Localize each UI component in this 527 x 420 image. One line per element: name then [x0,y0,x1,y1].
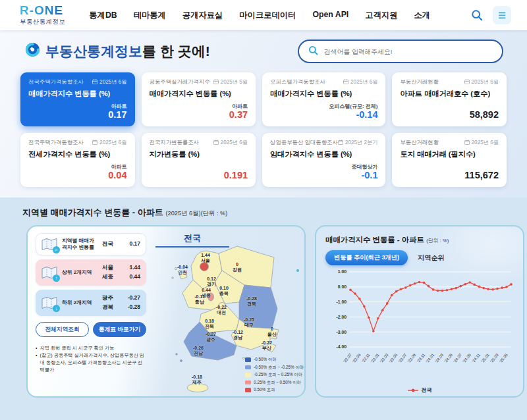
stat-card-2[interactable]: 오피스텔가격동향조사2025년 6월매매가격지수 변동률 (%)오피스텔(규모:… [262,72,385,126]
nav-item-6[interactable]: 소개 [414,10,430,21]
map-label-인천[interactable]: -0.04인천 [177,265,188,275]
summary-box-blue[interactable]: ↓하위 2개지역광주-0.27경북-0.28 [36,290,146,316]
nav-item-1[interactable]: 테마통계 [134,10,166,21]
hamburger-menu-icon[interactable]: ☰ [493,6,511,24]
data-point [482,287,485,290]
map-label-강원[interactable]: 0강원 [233,262,242,273]
summary-box-pink[interactable]: ↑상위 2개지역서울1.44세종0.44 [36,259,146,286]
map-island[interactable] [180,359,182,361]
x-tick-label: '22.07 [343,352,352,363]
data-point [464,283,466,286]
map-label-name: 제주 [192,380,202,385]
card-metric: 지가변동률 (%) [150,149,248,159]
x-tick-label: '23.05 [389,352,399,363]
nav-item-2[interactable]: 공개자료실 [182,10,223,21]
map-label-name: 울산 [267,332,277,337]
y-tick-label: 1.00 [338,269,347,274]
map-search-icon: ⌕ [42,238,57,251]
title-highlight: 부동산통계정보 [45,43,142,59]
map-label-name: 서울 [201,258,210,263]
chart-unit: (단위 : %) [426,238,449,244]
card-date: 2025년 6월 [464,78,499,86]
map-label-제주[interactable]: -0.18제주 [192,375,202,385]
x-tick-label: '23.09 [407,352,417,363]
data-point [441,290,444,292]
map-label-울산[interactable]: 0울산 [267,327,277,337]
summary-row: 경북-0.28 [102,303,140,311]
nav-items: 통계DB테마통계공개자료실마이크로데이터Open API고객지원소개 [89,10,468,21]
logo-subtitle: 부동산통계정보 [20,18,65,26]
map-island[interactable] [172,277,174,279]
card-date: 2025년 6월 [343,78,377,86]
map-label-name: 충북 [219,291,229,296]
all-regions-button[interactable]: 전체지역조회 [36,322,89,337]
nav-item-4[interactable]: Open API [312,10,348,21]
trend-chart: 1.000.00-1.00-2.00-3.00-4.00'22.07'22.09… [325,267,514,388]
map-label-전남[interactable]: -0.26전남 [193,346,204,356]
nav-item-3[interactable]: 마이크로데이터 [239,10,296,21]
card-date: 2025년 5월 [213,78,248,86]
x-tick-label: '23.03 [379,352,389,363]
logo-title: R-ONE [20,4,65,16]
card-date-text: 2025년 6월 [472,139,499,146]
map-label-value: -0.18 [192,375,202,380]
map-label-광주[interactable]: -0.27광주 [206,332,216,342]
map-island-east[interactable] [296,269,299,272]
summary-value: -0.28 [128,303,140,311]
map-label-경북[interactable]: -0.28경북 [246,296,257,307]
summary-box-plain[interactable]: ⌕지역별 매매가격지수 변동률전국0.17 [36,233,146,255]
stats-table-button[interactable]: 통계표 바로가기 [93,322,146,337]
map-label-경기[interactable]: 0.12경기 [207,276,216,287]
summary-region: 전국 [102,240,113,248]
data-point [363,305,366,308]
map-island[interactable] [242,357,244,359]
nav-item-0[interactable]: 통계DB [89,10,117,21]
logo[interactable]: R-ONE 부동산통계정보 [20,4,65,26]
data-point [451,288,453,290]
map-label-충북[interactable]: 0.10충북 [219,286,229,296]
card-survey-name: 전국주택가격동향조사 [28,139,84,146]
summary-row: 서울1.44 [102,264,140,272]
stat-card-0[interactable]: 전국주택가격동향조사2025년 6월매매가격지수 변동률 (%)아파트0.17 [20,72,135,126]
map-label-충남[interactable]: -0.11충남 [194,294,205,305]
map-region-seoul[interactable] [200,263,209,271]
chart-tab-1[interactable]: 지역순위 [418,253,445,263]
calendar-icon [92,79,97,86]
card-header: 전국주택가격동향조사2025년 6월 [28,78,127,86]
search-icon[interactable] [468,6,486,24]
map-label-경남[interactable]: -0.12경남 [233,330,243,340]
map-island[interactable] [176,354,178,355]
stat-card-1[interactable]: 공동주택실거래가격지수2025년 5월매매가격지수 변동률 (%)아파트0.37 [142,72,256,126]
title-rest: 를 한 곳에! [142,43,210,59]
map-label-대전[interactable]: -0.22대전 [216,305,227,315]
card-date: 2025년 6월 [464,139,499,146]
search-bar[interactable] [298,39,503,63]
map-up-icon: ↑ [42,266,57,279]
map-label-전북[interactable]: 0.18전북 [205,319,214,329]
card-metric: 매매가격지수 변동률 (%) [150,89,248,99]
search-input[interactable] [324,48,493,55]
stat-card-4[interactable]: 전국주택가격동향조사2025년 6월전세가격지수 변동률 (%)아파트0.04 [20,133,135,187]
stat-card-6[interactable]: 상업용부동산 임대동향조사2025년 2분기임대가격지수 변동률 (%)중대형상… [262,133,385,187]
map-label-value: -0.04 [177,265,188,270]
map-label-name: 대구 [244,323,254,328]
stat-card-7[interactable]: 부동산거래현황2025년 6월토지 매매거래 (필지수)115,672 [392,133,507,187]
map-note-0: 지역 한번 클릭 시 시군구 확인 가능 [36,345,146,352]
stat-card-3[interactable]: 부동산거래현황2025년 6월아파트 매매거래호수 (호수)58,892 [392,72,507,126]
map-label-서울[interactable]: 1.44서울 [201,253,210,263]
map-label-value: 1.44 [201,253,210,258]
map-label-name: 경남 [233,335,243,340]
top-nav: R-ONE 부동산통계정보 통계DB테마통계공개자료실마이크로데이터Open A… [0,0,527,30]
map-label-value: 0.44 [202,288,211,293]
trend-chart-panel: 매매가격지수 변동률 - 아파트 (단위 : %) 변동률 추이(최근 3개년)… [315,225,524,398]
data-point [349,289,352,292]
map-label-대구[interactable]: -0.25대구 [244,317,254,328]
map-label-value: -0.12 [233,330,243,335]
x-tick-label: '24.09 [462,352,472,363]
map-label-부산[interactable]: -0.22부산 [262,340,272,351]
chart-tab-0[interactable]: 변동률 추이(최근 3개년) [325,250,408,265]
data-point [418,281,421,284]
nav-item-5[interactable]: 고객지원 [365,10,397,21]
stat-card-5[interactable]: 전국지가변동률조사2025년 6월지가변동률 (%)0.191 [142,133,256,187]
legend-label: 0.50% 초과 [254,387,275,393]
